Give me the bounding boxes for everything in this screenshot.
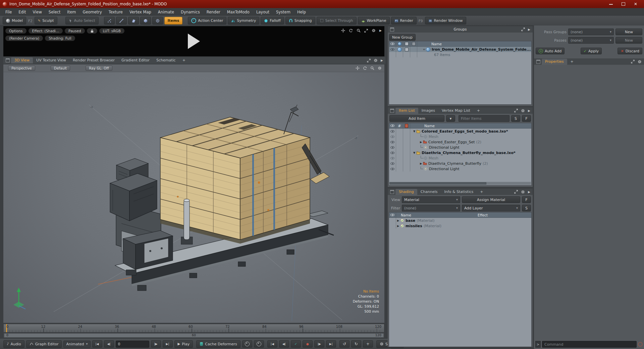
item-row-scene[interactable]: ▼ Colored_Easter_Eggs_Set_modo_base.lxo* — [389, 129, 531, 134]
center-mode-button[interactable] — [152, 17, 163, 24]
filter-items-input[interactable] — [459, 115, 509, 122]
auto-add-button[interactable]: + Auto Add — [536, 48, 565, 54]
discard-button[interactable]: ✕ Discard — [618, 48, 642, 54]
eye-icon[interactable] — [390, 141, 394, 144]
expand-icon[interactable] — [514, 109, 518, 112]
menu-item[interactable]: Item — [64, 10, 79, 14]
tab-add[interactable]: + — [179, 57, 189, 63]
tab-properties[interactable]: Properties — [542, 59, 567, 65]
close-button[interactable]: ✕ — [634, 2, 637, 6]
raygl-button[interactable]: Ray GL: Off — [86, 65, 112, 71]
undo-loop-button[interactable]: ↺ — [339, 340, 350, 348]
preview-camera-button[interactable]: (Render Camera) — [5, 36, 43, 41]
preview-shading-button[interactable]: Shading: Full — [45, 36, 75, 41]
falloff-button[interactable]: Falloff — [261, 17, 284, 24]
render-button[interactable]: Render — [391, 17, 417, 24]
item-row-folder[interactable]: ▶ Colored_Easter_Eggs_Set (2) — [389, 139, 531, 145]
default-shading-button[interactable]: Default — [51, 65, 70, 71]
gear-icon[interactable] — [521, 190, 525, 194]
menu-view[interactable]: View — [30, 10, 45, 14]
redo-loop-button[interactable]: ↻ — [351, 340, 361, 348]
eye-icon[interactable] — [390, 167, 394, 170]
checkbox[interactable] — [405, 48, 409, 51]
expand-icon[interactable]: ▶ — [419, 162, 423, 165]
filter-dropdown[interactable]: (none)▾ — [402, 205, 460, 211]
tab-channels[interactable]: Channels — [417, 189, 441, 195]
preview-effect-button[interactable]: Effect: (Shadi... — [29, 28, 63, 34]
graph-editor-button[interactable]: Graph Editor — [26, 340, 62, 348]
preview-paused-button[interactable]: Paused — [65, 28, 85, 34]
step-forward-button[interactable]: |▶ — [151, 340, 161, 348]
minimize-button[interactable] — [609, 4, 613, 5]
item-row-scene[interactable]: ▼ Diaethria_Clymena_Butterfly_modo_base.… — [389, 150, 531, 155]
tab-gradient-editor[interactable]: Gradient Editor — [118, 57, 153, 63]
scrollbar-thumb[interactable] — [389, 182, 486, 185]
f-button[interactable]: F — [522, 196, 531, 203]
menu-texture[interactable]: Texture — [105, 10, 126, 14]
gear-icon[interactable] — [638, 60, 642, 64]
gear-icon[interactable] — [378, 66, 382, 70]
gear-icon[interactable] — [374, 58, 378, 62]
menu-dynamics[interactable]: Dynamics — [177, 10, 203, 14]
command-prompt-button[interactable]: > — [535, 341, 541, 348]
perspective-button[interactable]: Perspective — [8, 65, 35, 71]
play-button[interactable]: ▶ Play — [174, 340, 193, 348]
menu-file[interactable]: File — [2, 10, 15, 14]
preview-play-button[interactable] — [188, 34, 200, 49]
panel-handle-icon[interactable] — [6, 58, 10, 62]
panel-menu-icon[interactable]: ▶ — [528, 190, 530, 194]
apply-button[interactable]: ✓ Apply — [581, 48, 602, 54]
viewport-3d[interactable]: Perspective Default Ray GL: Off -x -z — [3, 64, 384, 323]
group-row[interactable]: + Iron_Dome_Mobile_Air_Defense_System_Fo… — [389, 47, 531, 52]
eye-icon[interactable] — [390, 162, 394, 165]
filter-button[interactable]: F — [522, 115, 531, 122]
edges-mode-button[interactable] — [116, 17, 127, 24]
command-history-icon[interactable] — [638, 342, 643, 347]
eye-icon[interactable] — [390, 124, 394, 127]
vertices-mode-button[interactable] — [104, 17, 115, 24]
add-layer-dropdown[interactable]: Add Layer▾ — [462, 205, 520, 211]
pass-groups-new-button[interactable]: New — [615, 29, 642, 35]
eye-icon[interactable] — [390, 151, 394, 154]
eye-icon[interactable] — [390, 213, 394, 216]
menu-geometry[interactable]: Geometry — [79, 10, 105, 14]
add-key-button[interactable]: + — [363, 340, 373, 348]
expand-icon[interactable] — [631, 60, 635, 63]
horizontal-scrollbar[interactable] — [389, 182, 531, 185]
eye-icon[interactable] — [390, 42, 394, 45]
gear-icon[interactable] — [372, 29, 376, 33]
cache-deformers-button[interactable]: Cache Deformers — [196, 340, 240, 348]
symmetry-button[interactable]: Symmetry — [228, 17, 259, 24]
item-row-mesh[interactable]: Mesh — [389, 155, 531, 161]
new-group-button[interactable]: New Group — [389, 34, 416, 41]
preview-lut-button[interactable]: LUT: sRGB — [99, 28, 124, 34]
next-key-button[interactable]: |▶ — [314, 340, 324, 348]
jump-end-button[interactable]: ▶| — [163, 340, 173, 348]
menu-vertex-map[interactable]: Vertex Map — [126, 10, 155, 14]
viewport-canvas[interactable]: -x -z — [3, 72, 384, 323]
audio-button[interactable]: ♪ Audio — [3, 340, 24, 348]
pan-icon[interactable] — [341, 29, 345, 33]
prev-keyframe-button[interactable]: |◀ — [267, 340, 277, 348]
tab-3d-view[interactable]: 3D View — [11, 57, 33, 63]
menu-edit[interactable]: Edit — [15, 10, 29, 14]
expand-icon[interactable] — [514, 190, 518, 194]
actor-button[interactable] — [242, 340, 252, 348]
add-item-dropdown[interactable]: ▾ — [446, 115, 455, 122]
pan-icon[interactable] — [356, 66, 360, 70]
menu-select[interactable]: Select — [45, 10, 64, 14]
expand-icon[interactable]: + — [422, 48, 426, 51]
set-key-button[interactable]: ✓ — [291, 340, 301, 348]
panel-menu-icon[interactable]: ▶ — [381, 59, 383, 62]
shader-row-base[interactable]: ▶ base (Material) — [389, 218, 531, 223]
prev-key-button[interactable]: ◀| — [279, 340, 289, 348]
eye-icon[interactable] — [390, 48, 394, 51]
collapse-icon[interactable]: ▼ — [412, 130, 416, 133]
record-button[interactable]: ● — [303, 340, 313, 348]
menu-help[interactable]: Help — [294, 10, 309, 14]
search-button[interactable]: S — [511, 115, 520, 122]
animated-dropdown[interactable]: Animated▾ — [63, 341, 90, 348]
tab-images[interactable]: Images — [418, 108, 438, 114]
add-item-button[interactable]: Add Item — [389, 115, 444, 122]
item-row-light[interactable]: Directional Light — [389, 166, 531, 171]
